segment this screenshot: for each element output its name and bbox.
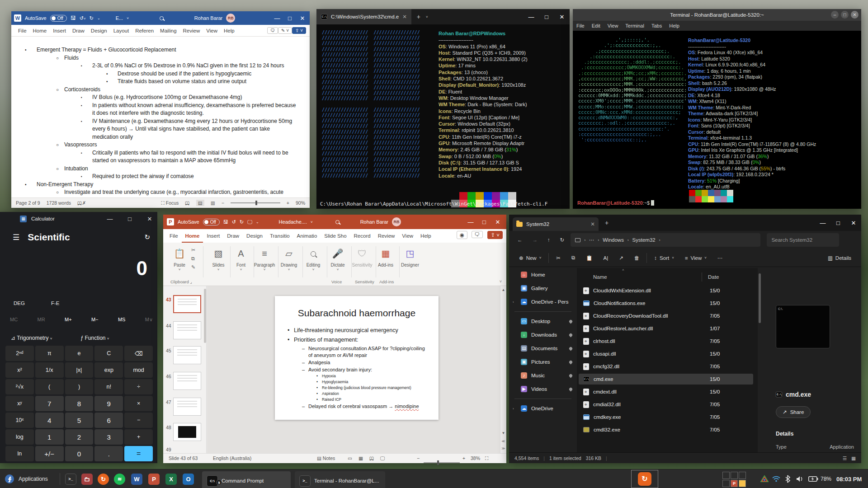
- next-slide-icon[interactable]: ≫: [500, 446, 506, 450]
- breadcrumb-ellipsis[interactable]: ⋯: [589, 237, 594, 243]
- sidebar-item-downloads[interactable]: ↓Downloads: [509, 328, 577, 342]
- focus-button[interactable]: ⛶ Focus: [161, 200, 179, 206]
- memory-store-button[interactable]: MS: [118, 317, 126, 323]
- share-button[interactable]: ↗Share: [776, 406, 811, 418]
- word-count[interactable]: 1728 words: [47, 200, 71, 206]
- reading-view-icon[interactable]: 🕮: [369, 455, 374, 461]
- key-add[interactable]: +: [124, 429, 153, 445]
- breadcrumb-windows[interactable]: Windows: [603, 237, 624, 243]
- maximize-button[interactable]: □: [285, 15, 294, 22]
- toolbar-overflow-icon[interactable]: ⌄: [97, 16, 100, 20]
- wifi-icon[interactable]: [772, 469, 780, 488]
- sidebar-item-gallery[interactable]: ▣Gallery: [509, 282, 577, 295]
- tab-record[interactable]: Record: [350, 229, 374, 243]
- tab-file[interactable]: File: [166, 229, 182, 243]
- key-ln[interactable]: ln: [5, 446, 34, 461]
- close-button[interactable]: ✕: [142, 216, 157, 222]
- key-6[interactable]: 6: [94, 413, 123, 428]
- word-doc-name[interactable]: E...: [116, 15, 123, 21]
- editing-mode-button[interactable]: ✎ ˅: [278, 27, 292, 34]
- column-header-date[interactable]: Date: [708, 274, 719, 280]
- maximize-button[interactable]: □: [841, 11, 849, 19]
- read-mode-icon[interactable]: 🕮: [185, 200, 190, 206]
- key-1[interactable]: 1: [35, 429, 64, 445]
- key-5[interactable]: 5: [65, 413, 94, 428]
- minimize-button[interactable]: —: [524, 14, 539, 20]
- key-2[interactable]: 2: [65, 429, 94, 445]
- breadcrumb-system32[interactable]: System32: [632, 237, 656, 243]
- forward-icon[interactable]: →: [529, 237, 542, 243]
- sidebar-item-desktop[interactable]: ▭Desktop: [509, 314, 577, 328]
- tab-draw[interactable]: Draw: [223, 229, 243, 243]
- start-slideshow-icon[interactable]: 🖵: [247, 219, 252, 225]
- tray-powerpoint-icon[interactable]: P: [731, 480, 738, 487]
- print-layout-icon[interactable]: ▤: [196, 200, 204, 206]
- share-icon[interactable]: ↗: [613, 255, 629, 261]
- menu-edit[interactable]: Edit: [592, 23, 600, 28]
- slide-thumbnail-48[interactable]: [173, 423, 201, 441]
- zoom-slider[interactable]: [424, 462, 460, 463]
- record-button[interactable]: ◉: [457, 231, 467, 239]
- clock[interactable]: 08:03 PM: [836, 469, 862, 488]
- drawing-button[interactable]: ▱Drawing˅: [277, 246, 301, 272]
- launcher-orange-app[interactable]: ↻: [98, 469, 109, 488]
- memory-add-button[interactable]: M+: [65, 317, 72, 323]
- file-row[interactable]: CloudNotifications.exe15/0: [579, 298, 753, 309]
- zoom-out-button[interactable]: −: [417, 455, 420, 461]
- file-row[interactable]: cmdl32.exe7/05: [579, 424, 753, 435]
- file-row[interactable]: cmdial32.dll7/05: [579, 399, 753, 410]
- maximize-button[interactable]: □: [830, 220, 846, 226]
- slide-thumbnail-45[interactable]: [173, 346, 201, 364]
- tab-home[interactable]: Home: [30, 28, 50, 33]
- sidebar-item-documents[interactable]: ▤Documents: [509, 342, 577, 355]
- applications-menu[interactable]: Applications: [5, 469, 48, 488]
- zoom-level[interactable]: 38%: [471, 455, 480, 461]
- copy-icon[interactable]: ⧉: [566, 255, 580, 261]
- key-reciprocal[interactable]: 1/x: [35, 362, 64, 378]
- large-icons-toggle-icon[interactable]: ▦: [851, 455, 856, 461]
- column-header-name[interactable]: Name: [593, 274, 607, 280]
- menu-file[interactable]: File: [576, 23, 585, 28]
- tab-view[interactable]: View: [398, 229, 417, 243]
- key-0[interactable]: 0: [65, 446, 94, 461]
- list-scrollbar[interactable]: [759, 273, 761, 323]
- maximize-button[interactable]: □: [479, 219, 489, 225]
- refresh-icon[interactable]: ↻: [557, 237, 568, 243]
- task-command-prompt[interactable]: C:\5 Command Prompt: [202, 471, 291, 488]
- up-icon[interactable]: ↑: [544, 237, 554, 243]
- memory-recall-button[interactable]: MR: [37, 317, 45, 323]
- deg-button[interactable]: DEG: [14, 300, 25, 306]
- minimize-button[interactable]: –: [831, 11, 839, 19]
- comments-button[interactable]: 🗨: [472, 231, 483, 238]
- word-autosave-toggle[interactable]: Off: [50, 15, 67, 22]
- tab-help[interactable]: Help: [417, 229, 435, 243]
- volume-icon[interactable]: [796, 469, 804, 488]
- dictate-button[interactable]: 🎤Dictate˅: [326, 246, 349, 272]
- ppt-autosave-toggle[interactable]: Off: [203, 219, 220, 225]
- zoom-level[interactable]: 90%: [296, 200, 305, 206]
- cmd-terminal-output[interactable]: ///////////////// ///////////////// ////…: [316, 24, 570, 209]
- file-row[interactable]: CloudRestoreLauncher.dll1/07: [579, 323, 753, 334]
- close-button[interactable]: ✕: [851, 11, 859, 19]
- key-power[interactable]: xʸ: [5, 396, 34, 411]
- share-button[interactable]: ⇪ ˅: [487, 231, 503, 239]
- cut-icon[interactable]: ✂: [191, 247, 195, 253]
- tab-file[interactable]: File: [15, 28, 30, 33]
- slide-indicator[interactable]: Slide 43 of 63: [169, 455, 198, 461]
- thumbnail-scrollbar[interactable]: [204, 289, 206, 343]
- slide-thumbnail-43[interactable]: [173, 295, 201, 313]
- delete-icon[interactable]: 🗑: [629, 255, 645, 261]
- tab-mailings[interactable]: Mailing: [157, 28, 179, 33]
- slide-canvas[interactable]: Subarachnoid haemorrhage •Life-threateni…: [275, 296, 439, 420]
- designer-button[interactable]: ◳Designer: [398, 246, 422, 267]
- menu-view[interactable]: View: [608, 23, 618, 28]
- tab-design[interactable]: Design: [88, 28, 110, 33]
- key-abs[interactable]: |x|: [65, 362, 94, 378]
- launcher-excel[interactable]: X: [165, 469, 177, 488]
- slide-thumbnail-46[interactable]: [173, 372, 201, 390]
- key-multiply[interactable]: ×: [124, 396, 153, 411]
- calculator-mode[interactable]: Scientific: [28, 232, 70, 243]
- tab-references[interactable]: Referen: [132, 28, 157, 33]
- key-4[interactable]: 4: [35, 413, 64, 428]
- terminal-output[interactable]: .',;::::;,'. .';:cccccccccccc:;,. .;cccc…: [573, 31, 861, 209]
